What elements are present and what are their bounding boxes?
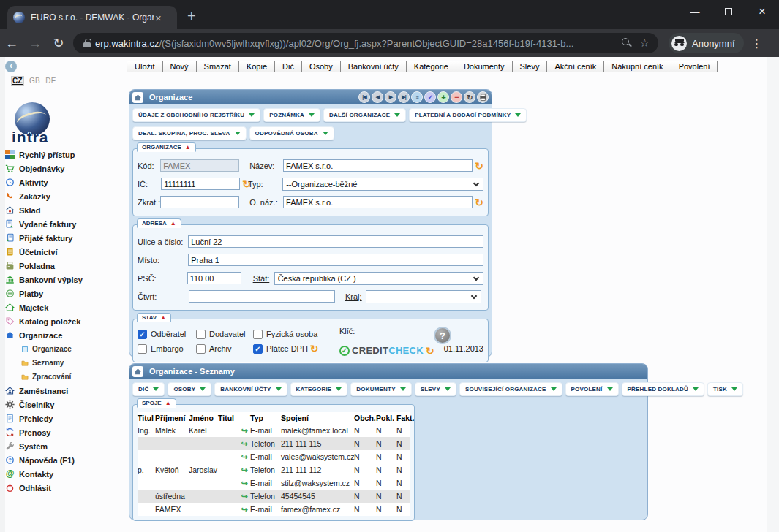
fyzicka-osoba-checkbox[interactable]: Fyzická osoba [253, 327, 339, 341]
add-record-button[interactable]: + [437, 91, 449, 103]
stav-section-tab[interactable]: STAV▲ [137, 313, 171, 322]
toolbar-slevy-button[interactable]: Slevy [512, 61, 548, 72]
help-button[interactable]: ? [434, 327, 451, 344]
print-button[interactable] [477, 91, 489, 103]
sidebar-subitem-seznamy[interactable]: Seznamy [5, 356, 126, 370]
vertical-scrollbar[interactable] [767, 57, 779, 532]
zoom-search-icon[interactable] [621, 37, 633, 49]
new-tab-button[interactable]: + [187, 9, 196, 23]
sidebar-item-zamestnanci[interactable]: Zaměstnanci [5, 384, 126, 398]
spoje-section-tab[interactable]: SPOJE▲ [137, 398, 176, 408]
refresh-icon[interactable]: ↻ [475, 161, 483, 171]
sidebar-item-pokladna[interactable]: Pokladna [5, 259, 126, 273]
table-row[interactable]: Ing.MálekKarel↪E-mailmalek@famex.localNN… [138, 424, 410, 437]
sidebar-collapse-button[interactable]: ‹ [5, 61, 17, 72]
dokumenty-dropdown[interactable]: DOKUMENTY [350, 382, 411, 396]
sidebar-item-vydane-faktury[interactable]: Vydané faktury [5, 217, 126, 231]
table-row[interactable]: ↪E-mailvales@waksystem.czNNN [138, 450, 410, 463]
platebni-podminky-dropdown[interactable]: PLATEBNÍ A DODACÍ PODMÍNKY [409, 108, 527, 122]
prev-record-button[interactable]: ◀ [372, 91, 383, 103]
last-record-button[interactable]: ▶| [398, 91, 410, 103]
odpovedna-osoba-dropdown[interactable]: ODPOVĚDNÁ OSOBA [249, 126, 334, 140]
psc-field[interactable] [187, 272, 241, 284]
browser-tab[interactable]: EURO s.r.o. - DEMWAK - Organiza × [7, 6, 177, 29]
language-gb[interactable]: GB [29, 77, 40, 85]
sidebar-item-prenosy[interactable]: Přenosy [5, 425, 126, 439]
organizace-section-tab[interactable]: ORGANIZACE▲ [137, 142, 196, 152]
sidebar-item-odhlasit[interactable]: Odhlásit [5, 481, 126, 495]
table-row[interactable]: FAMEX↪E-mailfamex@famex.czNNN [138, 503, 410, 516]
toolbar-akcni-cenik-button[interactable]: Akční ceník [546, 61, 604, 72]
dic-dropdown[interactable]: DIČ [132, 382, 165, 396]
first-record-button[interactable]: |◀ [358, 91, 370, 103]
sidebar-item-system[interactable]: Systém [5, 439, 126, 453]
reload-icon[interactable]: ↻ [47, 35, 70, 51]
checkbox-icon[interactable] [253, 330, 263, 339]
poznamka-dropdown[interactable]: POZNÁMKA [263, 108, 320, 122]
list-records-button[interactable]: ≡ [411, 91, 423, 103]
odberatel-checkbox[interactable]: Odběratel [138, 327, 196, 341]
bankovni-ucty-dropdown[interactable]: BANKOVNÍ ÚČTY [214, 382, 287, 396]
sidebar-item-rychly-pristup[interactable]: Rychlý přístup [5, 148, 126, 162]
toolbar-povoleni-button[interactable]: Povolení [671, 61, 718, 72]
contact-arrow-icon[interactable]: ↪ [238, 505, 250, 514]
tisk-dropdown[interactable]: TISK [707, 382, 743, 396]
forward-icon[interactable]: → [23, 36, 47, 51]
stat-select[interactable]: Česká republika (CZ ) [274, 272, 483, 285]
sidebar-item-prijate-faktury[interactable]: Přijaté faktury [5, 231, 126, 245]
window-close-button[interactable]: × [745, 0, 779, 23]
embargo-checkbox[interactable]: Embargo [138, 341, 196, 356]
udaje-z-or-dropdown[interactable]: ÚDAJE Z OBCHODNÍHO REJSTŘÍKU [132, 108, 260, 122]
sidebar-item-kontakty[interactable]: @Kontakty [5, 467, 126, 481]
remove-record-button[interactable]: − [451, 91, 462, 103]
dodavatel-checkbox[interactable]: Dodavatel [196, 327, 253, 341]
ctvrt-field[interactable] [189, 290, 335, 303]
browser-menu-icon[interactable]: ⋮ [744, 37, 770, 50]
toolbar-osoby-button[interactable]: Osoby [301, 61, 341, 72]
toolbar-save-button[interactable]: Uložit [127, 61, 163, 72]
sidebar-item-napoveda[interactable]: Nápověda (F1) [5, 453, 126, 467]
sidebar-item-ciselniky[interactable]: Číselníky [5, 398, 126, 411]
toolbar-dic-button[interactable]: Dič [274, 61, 302, 72]
toolbar-delete-button[interactable]: Smazat [196, 61, 239, 72]
sidebar-item-platby[interactable]: Platby [5, 286, 126, 300]
table-row[interactable]: p.KvětoňJaroslav↪Telefon211 111 112NNN [138, 463, 410, 476]
confirm-button[interactable]: ✓ [424, 91, 436, 103]
typ-select[interactable]: --Organizace-běžné [282, 178, 483, 191]
prehled-dokladu-dropdown[interactable]: PŘEHLED DOKLADŮ [622, 382, 704, 396]
kraj-select[interactable] [366, 290, 481, 303]
toolbar-kategorie-button[interactable]: Kategorie [406, 61, 456, 72]
platce-dph-checkbox[interactable]: Plátce DPH↻ [253, 341, 339, 356]
ic-field[interactable] [161, 178, 240, 190]
sidebar-item-organizace[interactable]: Organizace [5, 328, 126, 342]
bookmark-star-icon[interactable]: ☆ [640, 37, 650, 50]
sidebar-item-prehledy[interactable]: Přehledy [5, 411, 126, 425]
kod-field[interactable] [160, 159, 239, 172]
adresa-section-tab[interactable]: ADRESA▲ [137, 218, 181, 228]
toolbar-nakupni-cenik-button[interactable]: Nákupní ceník [603, 61, 671, 72]
refresh-button[interactable]: ↻ [464, 91, 475, 103]
sidebar-item-ucetnictvi[interactable]: Účetnictví [5, 245, 126, 259]
contact-arrow-icon[interactable]: ↪ [238, 439, 250, 449]
sidebar-item-zakazky[interactable]: Zakázky [5, 189, 126, 203]
osoby-dropdown[interactable]: OSOBY [168, 382, 211, 396]
window-maximize-button[interactable] [712, 0, 745, 23]
checkbox-icon[interactable] [196, 330, 206, 339]
povoleni-dropdown[interactable]: POVOLENÍ [565, 382, 619, 396]
sidebar-item-bankovni-vypisy[interactable]: Bankovní výpisy [5, 273, 126, 286]
checkbox-icon[interactable] [138, 330, 147, 339]
checkbox-icon[interactable] [196, 344, 206, 354]
tab-close-icon[interactable]: × [155, 12, 162, 23]
sidebar-item-katalog-polozek[interactable]: Katalog položek [5, 314, 126, 328]
toolbar-bankovni-ucty-button[interactable]: Bankovní účty [340, 61, 407, 72]
contact-arrow-icon[interactable]: ↪ [238, 452, 250, 462]
onaz-field[interactable] [283, 196, 473, 208]
contact-arrow-icon[interactable]: ↪ [238, 426, 250, 436]
deal-skupina-dropdown[interactable]: DEAL. SKUPINA, PROC. SLEVA [132, 126, 247, 140]
dalsi-organizace-dropdown[interactable]: DALŠÍ ORGANIZACE [323, 108, 406, 122]
souvisejici-organizace-dropdown[interactable]: SOUVISEJÍCÍ ORGANIZACE [459, 382, 562, 396]
archiv-checkbox[interactable]: Archiv [196, 341, 253, 356]
toolbar-new-button[interactable]: Nový [162, 61, 197, 72]
refresh-icon[interactable]: ↻ [426, 346, 434, 356]
table-row[interactable]: ↪E-mailstilz@waksystem.czNNN [138, 476, 410, 490]
